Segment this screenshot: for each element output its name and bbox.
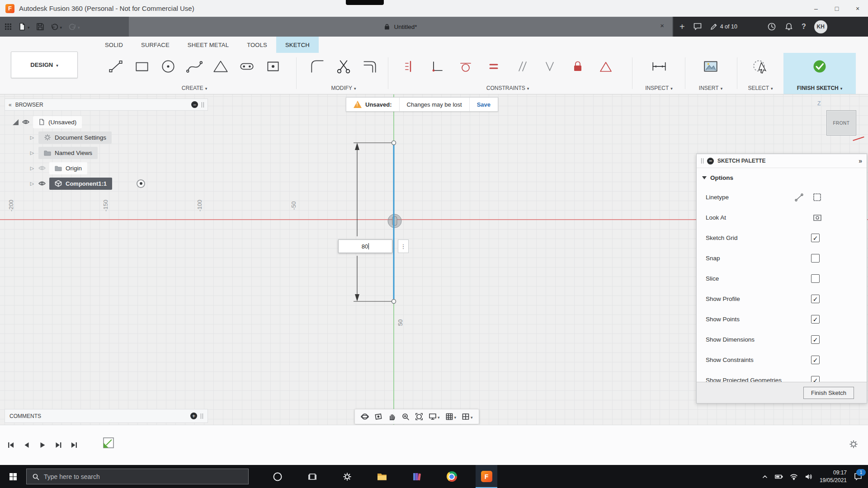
panel-grip-handle[interactable] bbox=[202, 102, 204, 108]
maximize-button[interactable]: □ bbox=[826, 0, 847, 17]
point-tool-button[interactable] bbox=[264, 56, 282, 77]
equal-constraint-button[interactable] bbox=[485, 56, 503, 77]
orbit-button[interactable] bbox=[359, 413, 370, 421]
volume-icon[interactable] bbox=[805, 473, 813, 481]
component-item-selected[interactable]: Component1:1 bbox=[49, 178, 112, 190]
sketch-point-top[interactable] bbox=[392, 141, 396, 145]
sketch-grid-checkbox[interactable] bbox=[811, 234, 820, 242]
save-link[interactable]: Save bbox=[469, 98, 498, 111]
expand-panel-icon[interactable] bbox=[859, 157, 862, 164]
midpoint-constraint-button[interactable] bbox=[597, 56, 615, 77]
line-tool-button[interactable] bbox=[107, 56, 125, 77]
close-button[interactable]: × bbox=[847, 0, 868, 17]
dimension-value-input[interactable]: 80 bbox=[338, 239, 392, 253]
file-menu-button[interactable] bbox=[18, 23, 30, 31]
tree-row-named-views[interactable]: Named Views bbox=[5, 145, 208, 160]
measure-tool-button[interactable] bbox=[650, 56, 668, 77]
select-group-label[interactable]: SELECT bbox=[740, 85, 781, 91]
sketch-feature-marker[interactable] bbox=[102, 436, 115, 450]
save-button[interactable] bbox=[36, 23, 44, 31]
expand-chevron-icon[interactable] bbox=[29, 165, 35, 171]
show-profile-checkbox[interactable] bbox=[811, 295, 820, 303]
modify-group-label[interactable]: MODIFY bbox=[301, 85, 387, 91]
app-grid-button[interactable] bbox=[5, 23, 12, 30]
look-at-icon[interactable] bbox=[812, 213, 822, 223]
snap-checkbox[interactable] bbox=[811, 254, 820, 263]
fillet-tool-button[interactable] bbox=[308, 56, 326, 77]
remove-icon[interactable]: − bbox=[191, 101, 198, 108]
sketch-palette-header[interactable]: − SKETCH PALETTE bbox=[697, 154, 867, 168]
tab-tools[interactable]: TOOLS bbox=[238, 37, 276, 53]
select-tool-button[interactable] bbox=[751, 56, 769, 77]
inspect-group-label[interactable]: INSPECT bbox=[635, 85, 683, 91]
job-status-clock-icon[interactable] bbox=[767, 22, 776, 31]
battery-icon[interactable] bbox=[775, 473, 783, 481]
network-icon[interactable] bbox=[790, 473, 798, 481]
tree-row-origin[interactable]: Origin bbox=[5, 160, 208, 176]
tree-row-document-settings[interactable]: Document Settings bbox=[5, 130, 208, 145]
polygon-tool-button[interactable] bbox=[212, 56, 230, 77]
user-avatar[interactable]: KH bbox=[814, 20, 827, 33]
taskbar-clock[interactable]: 09:17 19/05/2021 bbox=[820, 469, 847, 483]
insert-group-label[interactable]: INSERT bbox=[688, 85, 733, 91]
task-view-button[interactable] bbox=[302, 465, 323, 488]
step-back-button[interactable] bbox=[22, 441, 31, 450]
show-points-checkbox[interactable] bbox=[811, 315, 820, 324]
tab-sketch[interactable]: SKETCH bbox=[276, 37, 319, 53]
perpendicular-constraint-button[interactable] bbox=[541, 56, 559, 77]
help-icon[interactable]: ? bbox=[802, 23, 806, 31]
rectangle-tool-button[interactable] bbox=[133, 56, 151, 77]
eye-icon[interactable] bbox=[22, 118, 29, 126]
viewports-button[interactable] bbox=[460, 413, 474, 421]
document-settings-item[interactable]: Document Settings bbox=[38, 131, 112, 144]
pan-button[interactable] bbox=[387, 413, 397, 421]
remove-icon[interactable]: − bbox=[707, 158, 714, 164]
cortana-button[interactable] bbox=[267, 465, 288, 488]
expand-chevron-icon[interactable] bbox=[29, 181, 35, 187]
parallel-constraint-button[interactable] bbox=[513, 56, 531, 77]
horizontal-vertical-constraint-button[interactable] bbox=[401, 56, 419, 77]
taskbar-search[interactable]: Type here to search bbox=[26, 469, 249, 484]
go-to-end-button[interactable] bbox=[70, 441, 79, 450]
tree-row-root[interactable]: (Unsaved) bbox=[5, 114, 208, 130]
look-at-button[interactable] bbox=[373, 413, 384, 421]
activate-component-radio[interactable] bbox=[137, 179, 145, 188]
winrar-button[interactable] bbox=[406, 465, 428, 488]
offset-tool-button[interactable] bbox=[361, 56, 379, 77]
tab-surface[interactable]: SURFACE bbox=[132, 37, 179, 53]
document-counter[interactable]: 4 of 10 bbox=[710, 23, 737, 30]
display-settings-button[interactable] bbox=[427, 413, 441, 421]
fit-button[interactable] bbox=[414, 413, 425, 421]
tree-row-component[interactable]: Component1:1 bbox=[5, 176, 208, 191]
tangent-constraint-button[interactable] bbox=[457, 56, 475, 77]
origin-widget[interactable] bbox=[388, 214, 401, 228]
viewcube-front-face[interactable]: FRONT bbox=[826, 110, 856, 136]
coincident-constraint-button[interactable] bbox=[429, 56, 447, 77]
tray-expand-chevron-icon[interactable] bbox=[762, 474, 768, 480]
sketch-point-bottom[interactable] bbox=[392, 300, 396, 304]
finish-sketch-button[interactable] bbox=[811, 56, 829, 77]
play-button[interactable] bbox=[38, 441, 47, 450]
undo-button[interactable] bbox=[51, 23, 62, 31]
fusion-360-taskbar-button[interactable]: F bbox=[476, 465, 497, 488]
linetype-line-icon[interactable] bbox=[794, 192, 804, 202]
timeline-settings-gear-icon[interactable] bbox=[849, 440, 858, 449]
comments-panel[interactable]: COMMENTS + bbox=[5, 409, 208, 423]
action-center-button[interactable]: 1 bbox=[854, 472, 863, 481]
constraints-group-label[interactable]: CONSTRAINTS bbox=[392, 85, 623, 91]
notifications-bell-icon[interactable] bbox=[784, 22, 793, 31]
collapse-panel-icon[interactable] bbox=[9, 102, 12, 108]
tab-solid[interactable]: SOLID bbox=[96, 37, 132, 53]
finish-sketch-footer-button[interactable]: Finish Sketch bbox=[803, 387, 854, 399]
browser-header[interactable]: BROWSER − bbox=[5, 99, 208, 111]
file-explorer-button[interactable] bbox=[371, 465, 393, 488]
add-comment-icon[interactable]: + bbox=[190, 413, 197, 419]
origin-item[interactable]: Origin bbox=[49, 162, 87, 174]
options-section-header[interactable]: Options bbox=[697, 168, 867, 187]
settings-app-button[interactable] bbox=[336, 465, 358, 488]
insert-image-button[interactable] bbox=[702, 56, 720, 77]
go-to-start-button[interactable] bbox=[6, 441, 15, 450]
grid-snap-button[interactable] bbox=[444, 413, 458, 421]
redo-button[interactable] bbox=[68, 23, 80, 31]
start-button[interactable] bbox=[0, 465, 26, 488]
